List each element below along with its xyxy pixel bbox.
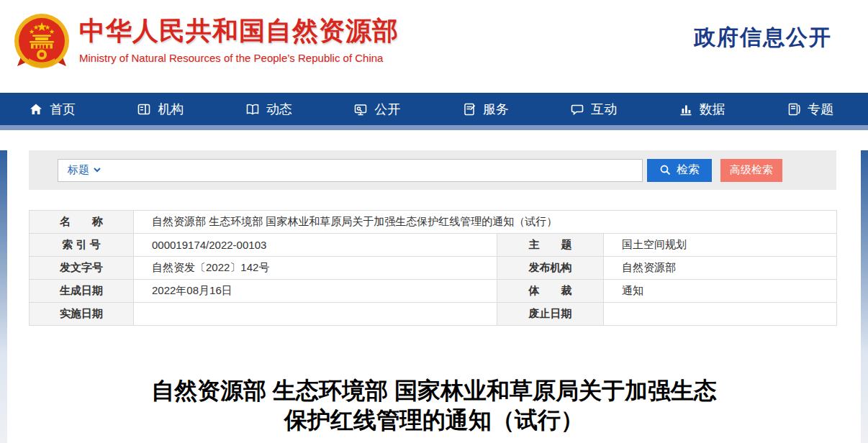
search-box: 标题	[58, 159, 643, 182]
nav-item-label: 动态	[266, 101, 292, 118]
field-value-name: 自然资源部 生态环境部 国家林业和草原局关于加强生态保护红线管理的通知（试行）	[134, 211, 837, 234]
news-icon	[245, 102, 260, 117]
table-row: 实施日期 废止日期	[30, 303, 837, 326]
nav-item-label: 互动	[591, 101, 617, 118]
nav-item-news[interactable]: 动态	[245, 101, 292, 118]
nav-item-organization[interactable]: 机构	[137, 101, 184, 118]
nav-item-topics[interactable]: 专题	[787, 101, 833, 118]
nav-item-data[interactable]: 数据	[679, 101, 725, 118]
page-section-title: 政府信息公开	[694, 23, 832, 52]
field-label-name: 名 称	[30, 211, 134, 234]
search-category-label: 标题	[68, 163, 89, 177]
topics-icon	[787, 102, 801, 117]
field-label-issuing-agency: 发布机构	[497, 257, 604, 280]
table-row: 生成日期 2022年08月16日 体 裁 通知	[30, 280, 837, 303]
svg-text:★: ★	[49, 28, 55, 35]
table-row: 发文字号 自然资发〔2022〕142号 发布机构 自然资源部	[30, 257, 837, 280]
site-header: ★ ★ ★ ★ ★ 中华人民共和国自然资源部 Ministry of Natur…	[0, 0, 868, 93]
search-input[interactable]	[106, 161, 642, 180]
nav-item-service[interactable]: 服务	[462, 101, 509, 118]
search-icon	[659, 164, 672, 176]
content-area: 标题 检索 高级检索 名 称 自然资源部 生态环境部 国家林业和草原局关于加强生…	[0, 150, 868, 443]
nav-item-disclosure[interactable]: 公开	[353, 101, 400, 118]
nav-item-label: 数据	[700, 101, 725, 118]
nav-item-interaction[interactable]: 互动	[570, 101, 617, 118]
nav-item-label: 首页	[50, 101, 76, 118]
field-value-index-number: 000019174/2022-00103	[134, 234, 497, 257]
table-row: 名 称 自然资源部 生态环境部 国家林业和草原局关于加强生态保护红线管理的通知（…	[30, 211, 837, 234]
nav-item-home[interactable]: 首页	[29, 101, 76, 118]
data-icon	[679, 102, 693, 117]
field-label-genre: 体 裁	[497, 280, 604, 303]
field-label-repeal-date: 废止日期	[497, 303, 604, 326]
nav-item-label: 服务	[483, 101, 509, 118]
field-value-created-date: 2022年08月16日	[134, 280, 497, 303]
china-national-emblem: ★ ★ ★ ★ ★	[13, 9, 71, 82]
site-title: 中华人民共和国自然资源部	[79, 14, 399, 47]
field-value-genre: 通知	[604, 280, 837, 303]
site-subtitle: Ministry of Natural Resources of the Peo…	[79, 52, 399, 64]
field-label-subject: 主 题	[497, 234, 604, 257]
disclosure-icon	[353, 102, 368, 117]
interaction-icon	[570, 102, 584, 117]
nav-item-label: 专题	[808, 101, 833, 118]
svg-text:★: ★	[33, 24, 39, 31]
search-button[interactable]: 检索	[647, 159, 712, 182]
right-edge-decoration	[861, 150, 868, 443]
document-info-table: 名 称 自然资源部 生态环境部 国家林业和草原局关于加强生态保护红线管理的通知（…	[29, 210, 837, 326]
nav-substripe	[0, 125, 868, 130]
field-value-subject: 国土空间规划	[604, 234, 837, 257]
field-label-doc-number: 发文字号	[30, 257, 134, 280]
main-nav: 首页 机构 动态 公开 服务	[0, 93, 868, 125]
home-icon	[29, 102, 43, 117]
service-icon	[462, 102, 476, 117]
search-button-label: 检索	[677, 163, 700, 178]
field-value-repeal-date	[604, 303, 837, 326]
search-band: 标题 检索 高级检索	[29, 150, 836, 190]
field-label-index-number: 索 引 号	[30, 234, 134, 257]
field-value-effective-date	[134, 303, 497, 326]
advanced-search-label: 高级检索	[730, 163, 773, 177]
chevron-down-icon	[94, 168, 101, 173]
field-label-effective-date: 实施日期	[30, 303, 134, 326]
nav-item-label: 机构	[158, 101, 184, 118]
field-value-doc-number: 自然资发〔2022〕142号	[134, 257, 497, 280]
left-edge-decoration	[0, 150, 7, 443]
field-label-created-date: 生成日期	[30, 280, 134, 303]
organization-icon	[137, 102, 151, 117]
nav-item-label: 公开	[374, 101, 400, 118]
search-category-dropdown[interactable]: 标题	[68, 163, 101, 177]
document-title: 自然资源部 生态环境部 国家林业和草原局关于加强生态 保护红线管理的通知（试行）	[0, 376, 868, 435]
document-title-line1: 自然资源部 生态环境部 国家林业和草原局关于加强生态	[0, 376, 868, 406]
document-title-line2: 保护红线管理的通知（试行）	[0, 406, 868, 435]
field-value-issuing-agency: 自然资源部	[604, 257, 837, 280]
table-row: 索 引 号 000019174/2022-00103 主 题 国土空间规划	[30, 234, 837, 257]
advanced-search-button[interactable]: 高级检索	[720, 159, 782, 182]
